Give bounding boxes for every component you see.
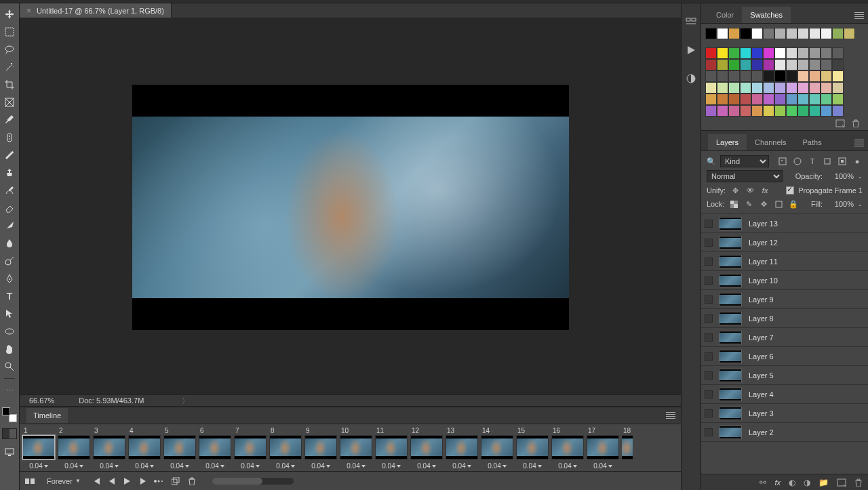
status-chevron-icon[interactable]: 〉	[182, 396, 189, 406]
first-frame-icon[interactable]	[93, 478, 101, 485]
layers-menu-icon[interactable]	[854, 140, 864, 150]
layer-name[interactable]: Layer 12	[749, 239, 778, 247]
swatch[interactable]	[728, 94, 740, 105]
timeline-frame[interactable]: 120.04	[410, 427, 443, 471]
swatch[interactable]	[740, 70, 751, 82]
libraries-icon[interactable]	[685, 16, 697, 28]
layers-tab[interactable]: Layers	[708, 134, 747, 150]
swatch[interactable]	[728, 82, 740, 94]
layer-thumbnail[interactable]	[719, 407, 742, 420]
timeline-menu-icon[interactable]	[666, 412, 675, 419]
layer-visibility-toggle[interactable]	[701, 277, 716, 285]
swatch[interactable]	[763, 94, 774, 105]
prev-frame-icon[interactable]	[109, 478, 116, 485]
foreground-background-colors[interactable]	[2, 407, 17, 422]
link-layers-icon[interactable]: ⚯	[760, 478, 766, 487]
swatch[interactable]	[763, 47, 774, 59]
timeline-frame[interactable]: 100.04	[340, 427, 372, 471]
lock-transparent-icon[interactable]	[728, 199, 739, 209]
swatch[interactable]	[786, 82, 797, 94]
swatch[interactable]	[809, 94, 821, 105]
unify-style-icon[interactable]: fx	[760, 185, 770, 196]
timeline-frame[interactable]: 80.04	[269, 427, 302, 471]
adjustments-icon[interactable]	[685, 73, 697, 85]
swatch[interactable]	[763, 28, 774, 39]
swatch[interactable]	[797, 59, 809, 70]
channels-tab[interactable]: Channels	[747, 134, 794, 150]
swatch[interactable]	[728, 47, 740, 59]
new-layer-icon[interactable]	[837, 478, 846, 487]
swatch[interactable]	[797, 94, 809, 105]
swatch[interactable]	[717, 59, 728, 70]
swatch[interactable]	[740, 94, 751, 105]
swatch[interactable]	[728, 28, 740, 39]
loop-select[interactable]: Forever ▼	[43, 476, 85, 487]
swatch[interactable]	[832, 59, 844, 70]
unify-visibility-icon[interactable]: 👁	[745, 185, 755, 196]
swatch[interactable]	[844, 28, 855, 39]
convert-timeline-icon[interactable]	[25, 477, 35, 485]
layer-filter-kind[interactable]: Kind	[720, 155, 769, 167]
magic-wand-tool[interactable]	[2, 59, 17, 75]
layer-thumbnail[interactable]	[719, 236, 742, 249]
lock-all-icon[interactable]: 🔒	[788, 199, 799, 209]
swatch[interactable]	[821, 59, 832, 70]
edit-toolbar[interactable]: ⋯	[2, 383, 17, 399]
timeline-frame[interactable]: 30.04	[93, 427, 125, 471]
swatch[interactable]	[717, 94, 728, 105]
swatch[interactable]	[832, 47, 844, 59]
swatch[interactable]	[763, 82, 774, 94]
layer-visibility-toggle[interactable]	[701, 409, 716, 417]
swatch[interactable]	[774, 59, 786, 70]
blend-mode-select[interactable]: Normal	[707, 170, 783, 182]
quick-mask-toggle[interactable]	[2, 428, 17, 439]
layer-row[interactable]: Layer 11	[701, 252, 868, 271]
layer-name[interactable]: Layer 13	[749, 220, 778, 228]
history-brush-tool[interactable]	[2, 182, 17, 198]
swatch[interactable]	[705, 82, 717, 94]
layer-group-icon[interactable]: 📁	[818, 478, 829, 487]
swatch[interactable]	[786, 59, 797, 70]
close-tab-icon[interactable]: ×	[26, 6, 31, 16]
swatches-menu-icon[interactable]	[854, 12, 864, 23]
layer-name[interactable]: Layer 5	[749, 371, 774, 380]
brush-tool[interactable]	[2, 147, 17, 163]
layer-visibility-toggle[interactable]	[701, 295, 716, 304]
color-tab[interactable]: Color	[708, 7, 742, 23]
layer-thumbnail[interactable]	[719, 293, 742, 306]
play-arrow-icon[interactable]	[685, 44, 697, 56]
swatch[interactable]	[821, 70, 832, 82]
swatch[interactable]	[774, 47, 786, 59]
swatch[interactable]	[832, 28, 844, 39]
layer-visibility-toggle[interactable]	[701, 258, 716, 266]
swatch[interactable]	[832, 70, 844, 82]
layer-row[interactable]: Layer 12	[701, 233, 868, 252]
swatch[interactable]	[809, 59, 821, 70]
layer-fx-icon[interactable]: fx	[774, 478, 781, 487]
opacity-value[interactable]: 100%	[827, 172, 854, 180]
swatch[interactable]	[740, 28, 751, 39]
layer-thumbnail[interactable]	[719, 217, 742, 230]
layer-row[interactable]: Layer 5	[701, 366, 868, 385]
timeline-frame[interactable]: 150.04	[516, 427, 549, 471]
filter-smart-icon[interactable]	[837, 156, 848, 167]
filter-toggle-icon[interactable]: ●	[852, 156, 863, 167]
swatches-tab[interactable]: Swatches	[742, 7, 791, 23]
delete-frame-icon[interactable]	[188, 477, 196, 485]
zoom-tool[interactable]	[2, 359, 17, 374]
swatch[interactable]	[705, 59, 717, 70]
swatch[interactable]	[809, 82, 821, 94]
layer-row[interactable]: Layer 13	[701, 214, 868, 233]
ellipse-tool[interactable]	[2, 323, 17, 339]
swatch[interactable]	[821, 28, 832, 39]
swatch[interactable]	[763, 70, 774, 82]
swatch[interactable]	[786, 105, 797, 117]
clone-stamp-tool[interactable]	[2, 165, 17, 180]
canvas-area[interactable]	[20, 18, 681, 394]
crop-tool[interactable]	[2, 77, 17, 92]
filter-pixel-icon[interactable]	[777, 156, 788, 167]
layer-row[interactable]: Layer 10	[701, 271, 868, 290]
propagate-checkbox[interactable]	[786, 186, 794, 195]
swatch[interactable]	[797, 28, 809, 39]
zoom-level[interactable]: 66.67%	[29, 396, 54, 405]
